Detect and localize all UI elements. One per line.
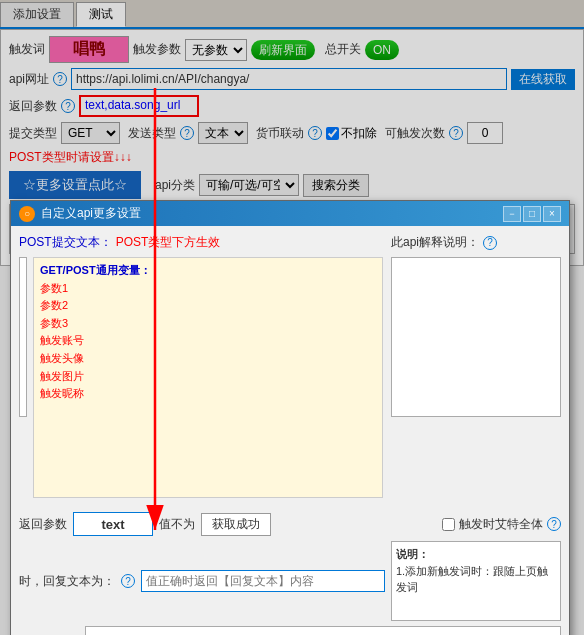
- var-avatar: 触发头像: [40, 350, 376, 368]
- trigger-all-checkbox[interactable]: [442, 518, 455, 531]
- reply-text-input[interactable]: [141, 570, 385, 592]
- var-param2: 参数2: [40, 297, 376, 315]
- return-row: 返回参数 值不为 获取成功 触发时艾特全体 ?: [19, 512, 561, 536]
- fetch-fail-row: 获取失败！: [19, 626, 561, 635]
- fetch-success-btn[interactable]: 获取成功: [201, 513, 271, 536]
- when-label: 时，回复文本为：: [19, 573, 115, 590]
- variable-list: GET/POST通用变量： 参数1 参数2 参数3 触发账号 触发头像 触发图片…: [33, 257, 383, 498]
- modal-right-panel: 此api解释说明： ?: [391, 234, 561, 498]
- var-account: 触发账号: [40, 332, 376, 350]
- modal-controls: － □ ×: [503, 206, 561, 222]
- explain-box: [391, 257, 561, 417]
- not-for-label: 值不为: [159, 516, 195, 533]
- explain-label: 此api解释说明：: [391, 234, 479, 251]
- trigger-all-row: 触发时艾特全体 ?: [442, 516, 561, 533]
- return-param-label-modal: 返回参数: [19, 516, 67, 533]
- explanation-text-content: 1.添加新触发词时：跟随上页触发词: [396, 563, 556, 596]
- when-help-icon[interactable]: ?: [121, 574, 135, 588]
- var-param3: 参数3: [40, 315, 376, 333]
- trigger-all-label: 触发时艾特全体: [459, 516, 543, 533]
- modal-icon: ○: [19, 206, 35, 222]
- modal-post-area: [19, 257, 27, 498]
- modal-two-col: GET/POST通用变量： 参数1 参数2 参数3 触发账号 触发头像 触发图片…: [19, 257, 383, 498]
- modal-overlay: ○ 自定义api更多设置 － □ × POST提交文本： POST类型下方生效: [0, 0, 584, 635]
- modal-titlebar: ○ 自定义api更多设置 － □ ×: [11, 201, 569, 226]
- trigger-all-help-icon[interactable]: ?: [547, 517, 561, 531]
- modal-bottom: 返回参数 值不为 获取成功 触发时艾特全体 ? 时，回复文本为： ? 说明：: [11, 506, 569, 635]
- variables-title: GET/POST通用变量：: [40, 262, 376, 280]
- modal-minimize-btn[interactable]: －: [503, 206, 521, 222]
- fetch-fail-textarea[interactable]: [85, 626, 561, 635]
- post-notice-modal: POST类型下方生效: [116, 234, 221, 251]
- explanation-area: 说明： 1.添加新触发词时：跟随上页触发词: [391, 541, 561, 621]
- var-param1: 参数1: [40, 280, 376, 298]
- when-row: 时，回复文本为： ? 说明： 1.添加新触发词时：跟随上页触发词: [19, 541, 561, 621]
- post-text-row: POST提交文本： POST类型下方生效: [19, 234, 383, 251]
- explanation-content: 说明： 1.添加新触发词时：跟随上页触发词: [391, 541, 561, 621]
- var-image: 触发图片: [40, 368, 376, 386]
- modal-title: 自定义api更多设置: [41, 205, 497, 222]
- post-text-label: POST提交文本：: [19, 234, 112, 251]
- modal-restore-btn[interactable]: □: [523, 206, 541, 222]
- explanation-text-label: 说明：: [396, 546, 556, 563]
- explain-header: 此api解释说明： ?: [391, 234, 561, 251]
- return-param-input-modal[interactable]: [73, 512, 153, 536]
- modal-body: POST提交文本： POST类型下方生效 GET/POST通用变量： 参数1 参…: [11, 226, 569, 506]
- post-text-textarea[interactable]: [19, 257, 27, 417]
- modal-left-panel: POST提交文本： POST类型下方生效 GET/POST通用变量： 参数1 参…: [19, 234, 383, 498]
- modal-dialog: ○ 自定义api更多设置 － □ × POST提交文本： POST类型下方生效: [10, 200, 570, 635]
- var-nickname: 触发昵称: [40, 385, 376, 403]
- explain-help-icon[interactable]: ?: [483, 236, 497, 250]
- modal-close-btn[interactable]: ×: [543, 206, 561, 222]
